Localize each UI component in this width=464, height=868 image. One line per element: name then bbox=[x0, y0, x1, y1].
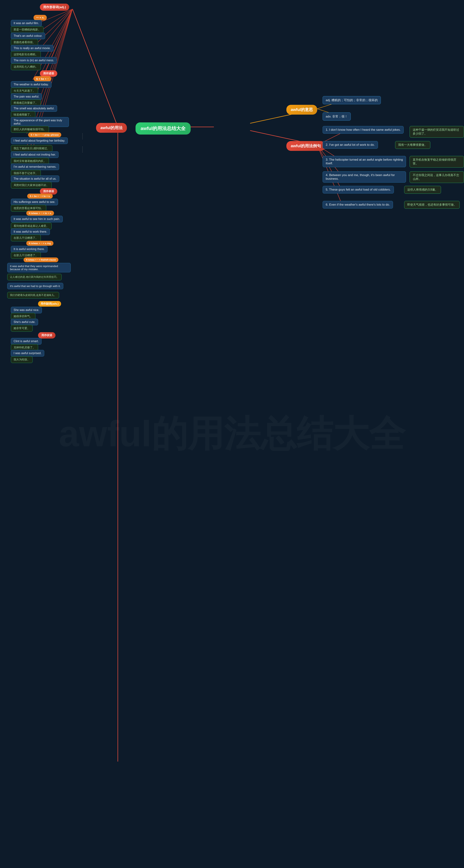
category-zhuangyu: 用作状语 bbox=[38, 332, 56, 339]
liju-5-zh: 这些人将情感的欠8遍。 bbox=[404, 186, 441, 194]
en-2: That's an awful colour. bbox=[11, 33, 45, 39]
svg-line-4 bbox=[72, 9, 118, 127]
en-10: I feel awful about not inviting her. bbox=[11, 151, 59, 158]
liju-2-en: 2. I've got an awful lot of work to do. bbox=[323, 141, 378, 149]
en-7: The smell was absolutely awful. bbox=[11, 105, 57, 112]
en-22: I was awful surprised. bbox=[11, 350, 44, 356]
zh-18: 我们仍硬着头皮就到底,这真不是滋味儿。 bbox=[7, 292, 59, 299]
subcat-sbe: S + be + ~ bbox=[34, 76, 51, 82]
category-adv: 用作副词(adv.) bbox=[38, 301, 61, 307]
subcat-it-to-v: It is/was + ~ + to + v. bbox=[26, 211, 54, 216]
en-19: She was awful nice. bbox=[11, 307, 42, 313]
liju-1-zh: 这种千篇一律的烂笑话我不知道听过多少回了。 bbox=[410, 126, 464, 137]
zh-15: 在那儿干活糟透了。 bbox=[11, 235, 41, 241]
en-6: The pain was awful. bbox=[11, 93, 42, 100]
category-adj: 用作形容词(adj.) bbox=[40, 4, 69, 11]
category-zuoci: 用作述语 bbox=[40, 70, 57, 77]
zh-1: 那是一部糟糕的电影。 bbox=[11, 26, 43, 33]
en-5: The weather is awful today. bbox=[11, 81, 52, 88]
en-20: She's awful cute. bbox=[11, 319, 38, 325]
en-21: Clint is awful smart. bbox=[11, 338, 41, 344]
liju-6-en: 6. Even if the weather's awful there's l… bbox=[323, 201, 393, 209]
zh-4: 这房间乱七八糟的。 bbox=[11, 63, 41, 70]
liju-3-en: 3. The helicopter turned at an awful ang… bbox=[323, 156, 406, 167]
subcat-sbe-prep: S + be + ~ + prep.-phrase bbox=[28, 132, 61, 137]
en-18: It's awful that we had to go through wit… bbox=[7, 283, 63, 289]
en-3: This is really an awful movie. bbox=[11, 45, 54, 52]
svg-line-11 bbox=[317, 145, 342, 191]
central-node: awful的用法总结大全 bbox=[136, 122, 191, 134]
meaning-adv: adv. 非常；很！ bbox=[323, 113, 351, 121]
zh-20: 她非常可爱。 bbox=[11, 325, 33, 332]
en-4: The room is (in) an awful mess. bbox=[11, 57, 57, 64]
zh-9: 我忘了她的生日,感到很难过。 bbox=[11, 145, 53, 152]
zh-12: 局势对我们大家来说都不好。 bbox=[11, 182, 52, 189]
meaning-adj: adj. 糟糕的；可怕的；非常的；很坏的 bbox=[323, 96, 381, 104]
liju-5-en: 5. These guys felt an awful load of old … bbox=[323, 186, 394, 193]
liju-1-en: 1. I don't know how often I heard the sa… bbox=[323, 126, 404, 134]
subcat-n: 一 + n. bbox=[34, 15, 47, 21]
zh-17: 让人难过的是,他们因为我的过失而受惩罚。 bbox=[7, 274, 62, 280]
subcat-it-ving: It is/was + ~ + v.-ing bbox=[26, 241, 54, 246]
zh-3: 这部电影实在糟糕。 bbox=[11, 51, 41, 58]
en-11: I'm awful at remembering names. bbox=[11, 163, 59, 170]
en-16: It is awful working there. bbox=[11, 246, 47, 252]
zh-22: 我大为吃惊。 bbox=[11, 356, 33, 363]
en-14: It was awful to see him in such pain. bbox=[11, 216, 63, 222]
subcat-to-v: S + be + ~ + to + v. bbox=[27, 194, 53, 198]
zh-8: 那巨人的外貌確实很可怕。 bbox=[11, 126, 49, 133]
liju-4-en: 4. Between you and me, though, it's been… bbox=[323, 172, 406, 183]
subcat-it-that: It is/was + ~ + that/wh-clause bbox=[24, 257, 58, 262]
liju-4-zh: 不过你我之间说，这事儿办得真不怎么样。 bbox=[410, 172, 464, 183]
liju-2-zh: 我有一大堆事情要做。 bbox=[395, 141, 430, 149]
en-1: It was an awful film. bbox=[11, 20, 42, 27]
branch-liju: awful的用法例句 bbox=[286, 141, 325, 151]
en-12: The situation is awful for all of us. bbox=[11, 176, 59, 182]
en-15: It was awful to work there. bbox=[11, 228, 50, 235]
en-17: It was awful that they were reprimanded … bbox=[7, 263, 71, 272]
branch-yisi: awful的意思 bbox=[286, 105, 317, 115]
zh-2: 那颜色难看得很。 bbox=[11, 39, 38, 46]
en-8: The appearance of the giant was truly aw… bbox=[11, 117, 69, 127]
liju-3-zh: 直升机在恢复平稳之前倾斜得很厉害。 bbox=[410, 156, 464, 167]
branch-yongfa: awful的用法 bbox=[96, 123, 127, 133]
en-13: His sufferings were awful to see. bbox=[11, 199, 58, 205]
en-9: I feel awful about forgetting her birthd… bbox=[11, 137, 68, 144]
liju-6-zh: 即使天气很差，也还有好多事情可做。 bbox=[404, 201, 460, 209]
mind-map-container: awful的用法总结大全 bbox=[0, 0, 464, 868]
